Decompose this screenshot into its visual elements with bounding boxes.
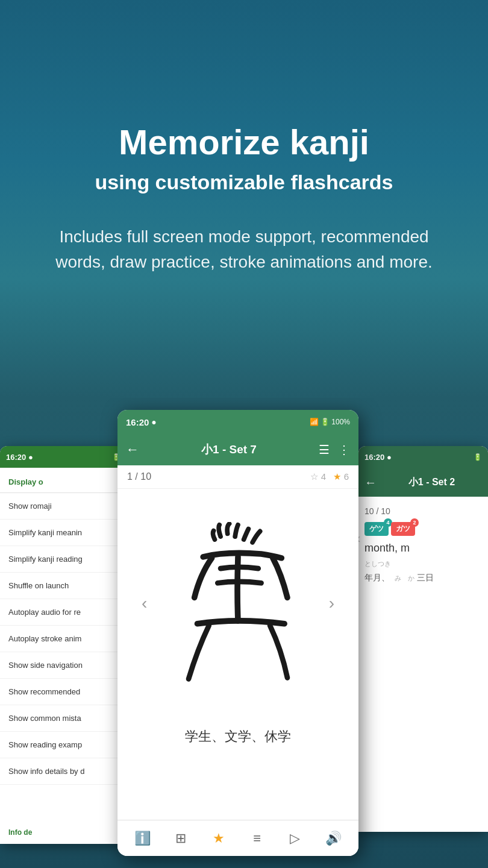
star-nav-button[interactable]: ★ [205,825,232,852]
phones-area: 16:20 ● 🔋 Display o Show romaji Simplify… [0,398,488,868]
drawer-header: Display o [0,468,127,493]
right-meaning: month, m [364,542,482,555]
center-time: 16:20 [126,417,149,427]
drawer-item-simplify-meaning[interactable]: Simplify kanji meanin [0,520,127,546]
right-indicator: ● [387,453,392,462]
left-time: 16:20 [6,453,26,462]
tag-getsu-label: ゲツ [369,524,384,533]
right-status-icons: 🔋 [474,453,482,461]
center-status-icons: 📶 🔋 100% [310,418,350,426]
drawer-item-simplify-reading[interactable]: Simplify kanji reading [0,546,127,573]
drawer-item-romaji[interactable]: Show romaji [0,493,127,520]
hero-description: Includes full screen mode support, recom… [36,224,452,275]
right-reading-label1: としつき [364,559,482,568]
right-reading-label2-inline: み か [395,574,414,582]
drawer-item-reading-examples[interactable]: Show reading examp [0,732,127,758]
tag-gatsu: ガツ 2 [391,522,415,536]
right-time: 16:20 [364,453,384,462]
center-stars: ☆ 4 ★ 6 [310,471,349,482]
left-status-bar: 16:20 ● 🔋 [0,446,127,468]
kanji-display-area: ‹ [117,489,358,718]
center-bottom-nav: ℹ️ ⊞ ★ ≡ ▷ 🔊 [117,820,358,856]
center-menu-icon[interactable]: ⋮ [338,442,350,457]
center-card-header: 1 / 10 ☆ 4 ★ 6 [117,465,358,489]
info-nav-button[interactable]: ℹ️ [130,825,156,852]
drawer-item-recommended[interactable]: Show recommended [0,679,127,705]
left-phone: 16:20 ● 🔋 Display o Show romaji Simplify… [0,446,127,844]
right-reading2: 三日 [417,573,434,582]
center-phone: 16:20 ● 📶 🔋 100% ← 小1 - Set 7 ☰ ⋮ 1 / 10 [117,410,358,856]
center-back-button[interactable]: ← [126,442,139,458]
hero-subtitle: using customizable flashcards [95,171,393,194]
kanji-words: 学生、文学、休学 [117,718,358,755]
drawer-item-side-nav[interactable]: Show side navigation [0,652,127,679]
drawer-item-autoplay-stroke[interactable]: Autoplay stroke anim [0,626,127,652]
drawer-item-autoplay-audio[interactable]: Autoplay audio for re [0,599,127,626]
drawer-item-common-mistakes[interactable]: Show common mista [0,705,127,732]
center-toolbar: ← 小1 - Set 7 ☰ ⋮ [117,434,358,465]
right-reading1: 年月、 [364,573,390,582]
hero-title: Memorize kanji [119,123,369,162]
drawer-panel: Display o Show romaji Simplify kanji mea… [0,468,127,844]
right-phone: 16:20 ● 🔋 ← 小1 - Set 2 ‹ 10 / 10 ゲツ [358,446,488,832]
right-page-number: 10 / 10 [364,503,482,522]
grid-nav-button[interactable]: ⊞ [167,825,194,852]
right-toolbar-title: 小1 - Set 2 [381,476,482,489]
tag-gatsu-label: ガツ [396,524,410,533]
nav-arrows: ‹ [130,522,346,685]
left-indicator: ● [28,453,33,462]
sound-nav-button[interactable]: 🔊 [320,825,346,852]
kanji-character [166,522,310,685]
drawer-item-info-details[interactable]: Show info details by d [0,758,127,785]
right-tags: ゲツ 4 ガツ 2 [364,522,482,536]
right-toolbar: ← 小1 - Set 2 [358,468,488,497]
prev-card-button[interactable]: ‹ [142,594,147,613]
right-status-bar: 16:20 ● 🔋 [358,446,488,468]
right-content-back[interactable]: ‹ [358,531,360,547]
center-toolbar-title: 小1 - Set 7 [146,442,311,458]
center-indicator: ● [151,417,156,427]
right-content: ‹ 10 / 10 ゲツ 4 ガツ 2 month, m としつき [358,497,488,832]
next-card-button[interactable]: › [329,594,334,613]
right-back-button[interactable]: ← [364,476,377,489]
center-list-icon[interactable]: ☰ [319,442,330,457]
list-nav-button[interactable]: ≡ [244,825,271,852]
tag-getsu: ゲツ 4 [364,522,389,536]
hero-section: Memorize kanji using customizable flashc… [0,0,488,398]
right-readings: 年月、 み か 三日 [364,571,482,584]
center-toolbar-icons: ☰ ⋮ [319,442,350,457]
drawer-footer: Info de [0,821,127,844]
center-page-number: 1 / 10 [127,471,151,482]
center-status-bar: 16:20 ● 📶 🔋 100% [117,410,358,434]
tag-gatsu-badge: 2 [410,518,419,527]
drawer-item-shuffle[interactable]: Shuffle on launch [0,573,127,599]
play-nav-button[interactable]: ▷ [282,825,308,852]
